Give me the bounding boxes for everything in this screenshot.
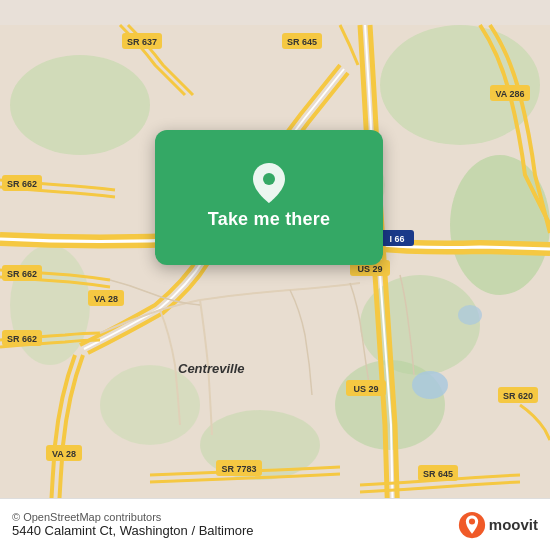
svg-text:SR 620: SR 620 [503,391,533,401]
moovit-brand: moovit [489,516,538,533]
moovit-icon [458,511,486,539]
copyright-text: © OpenStreetMap contributors [12,511,450,523]
svg-text:I 66: I 66 [389,234,404,244]
svg-text:SR 662: SR 662 [7,334,37,344]
svg-text:US 29: US 29 [353,384,378,394]
map-container: SR 637 SR 645 SR 662 VA 286 SR 662 VA 28… [0,0,550,550]
map-svg: SR 637 SR 645 SR 662 VA 286 SR 662 VA 28… [0,0,550,550]
svg-text:SR 637: SR 637 [127,37,157,47]
svg-point-6 [100,365,200,445]
svg-text:Centreville: Centreville [178,361,244,376]
svg-text:US 29: US 29 [357,264,382,274]
svg-point-41 [263,173,275,185]
svg-text:VA 28: VA 28 [52,449,76,459]
bottom-content: © OpenStreetMap contributors 5440 Calami… [12,511,450,538]
svg-text:SR 645: SR 645 [287,37,317,47]
svg-point-11 [458,305,482,325]
svg-text:VA 28: VA 28 [94,294,118,304]
svg-point-10 [412,371,448,399]
bottom-bar: © OpenStreetMap contributors 5440 Calami… [0,498,550,550]
svg-point-43 [469,518,475,524]
svg-point-1 [10,55,150,155]
address-text: 5440 Calamint Ct, Washington / Baltimore [12,523,450,538]
svg-text:SR 7783: SR 7783 [221,464,256,474]
moovit-logo: moovit [458,511,538,539]
svg-text:SR 662: SR 662 [7,269,37,279]
svg-text:SR 645: SR 645 [423,469,453,479]
svg-text:SR 662: SR 662 [7,179,37,189]
svg-point-8 [10,245,90,365]
take-me-label: Take me there [208,209,330,230]
location-pin-icon [251,165,287,201]
svg-text:VA 286: VA 286 [495,89,524,99]
take-me-card[interactable]: Take me there [155,130,383,265]
